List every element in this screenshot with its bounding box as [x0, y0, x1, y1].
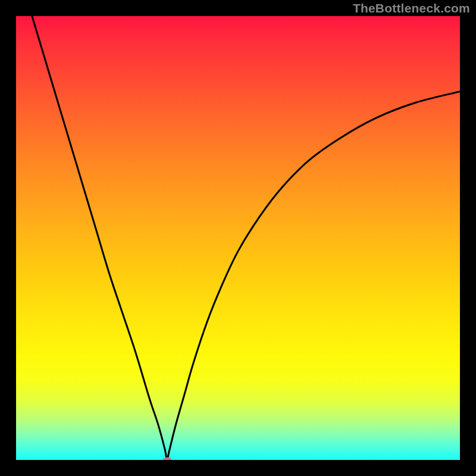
- min-marker: [163, 458, 171, 461]
- bottleneck-curve: [16, 16, 460, 460]
- watermark-text: TheBottleneck.com: [353, 1, 470, 15]
- curve-path: [29, 16, 460, 460]
- chart-frame: TheBottleneck.com: [0, 0, 476, 476]
- plot-area: [16, 16, 460, 460]
